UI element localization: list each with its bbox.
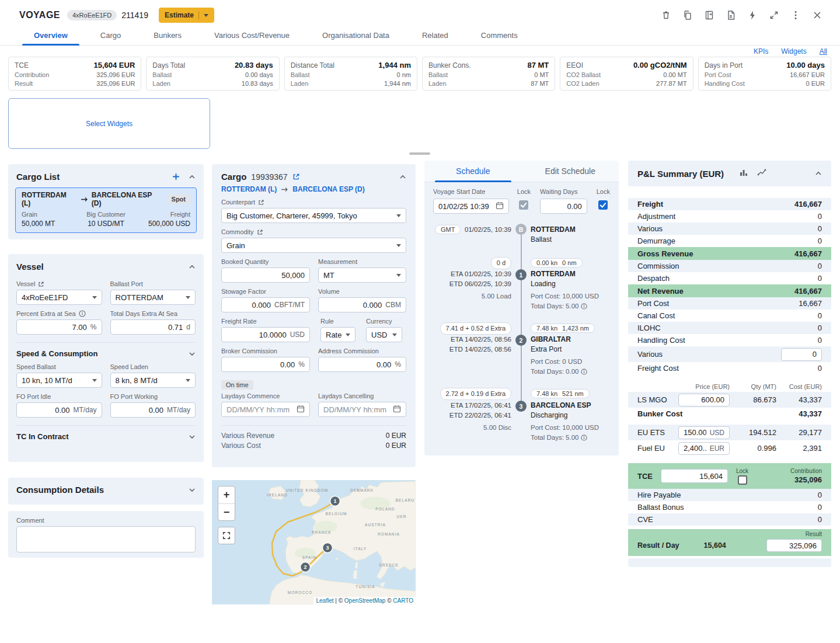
close-icon[interactable] bbox=[811, 9, 824, 22]
timeline-node-ballast[interactable]: B bbox=[515, 224, 527, 235]
expand-speed-consumption-icon[interactable] bbox=[189, 352, 196, 356]
add-cargo-button[interactable] bbox=[172, 172, 180, 181]
vessel-select[interactable]: 4xRoEeE1FD bbox=[16, 290, 102, 305]
delete-icon[interactable] bbox=[660, 9, 672, 22]
fo-port-idle-input[interactable] bbox=[22, 406, 69, 415]
carto-link[interactable]: CARTO bbox=[393, 597, 413, 604]
collapse-cargo-list-icon[interactable] bbox=[189, 175, 196, 179]
freight-rate-input[interactable] bbox=[226, 331, 287, 339]
tce-input[interactable] bbox=[666, 472, 723, 481]
leg-etd: ETD 06/02/25, 10:39 bbox=[434, 279, 511, 289]
panel-resize-handle[interactable] bbox=[409, 152, 430, 155]
collapse-cargo-icon[interactable] bbox=[399, 175, 406, 179]
origin-port-link[interactable]: ROTTERDAM (L) bbox=[221, 185, 277, 193]
open-cargo-icon[interactable] bbox=[292, 173, 300, 180]
speed-ballast-select[interactable]: 10 kn, 10 MT/d bbox=[16, 373, 102, 388]
waiting-days-input[interactable] bbox=[545, 202, 582, 211]
tab-edit-schedule[interactable]: Edit Schedule bbox=[522, 161, 619, 182]
external-link-icon[interactable] bbox=[257, 229, 263, 235]
percent-extra-label: Percent Extra at Sea bbox=[16, 310, 76, 317]
expand-consumption-icon[interactable] bbox=[189, 488, 196, 492]
tab-comments[interactable]: Comments bbox=[465, 31, 534, 45]
tab-organisational-data[interactable]: Organisational Data bbox=[306, 31, 406, 45]
calendar-icon[interactable] bbox=[297, 405, 305, 415]
total-days-extra-input[interactable] bbox=[116, 323, 183, 332]
broker-commission-input[interactable] bbox=[226, 360, 295, 369]
voyage-start-date-input[interactable] bbox=[438, 202, 496, 211]
select-widgets-link[interactable]: Select Widgets bbox=[86, 120, 133, 128]
zoom-out-button[interactable]: − bbox=[218, 503, 235, 520]
external-link-icon[interactable] bbox=[258, 199, 264, 206]
ls-mgo-price-input[interactable] bbox=[684, 395, 724, 404]
booked-quantity-input[interactable] bbox=[226, 271, 305, 280]
laydays-commence-input[interactable] bbox=[226, 405, 297, 414]
tab-bunkers[interactable]: Bunkers bbox=[137, 31, 198, 45]
zoom-in-button[interactable]: + bbox=[218, 486, 235, 503]
destination-port-link[interactable]: BARCELONA ESP (D) bbox=[292, 185, 364, 193]
info-icon[interactable] bbox=[581, 303, 587, 310]
route-map[interactable]: UNITED KINGDOM IRELAND DENMARK BELGIUM P… bbox=[212, 480, 416, 604]
info-icon[interactable] bbox=[581, 435, 587, 441]
calendar-icon[interactable] bbox=[393, 405, 401, 415]
tab-various-cost-revenue[interactable]: Various Cost/Revenue bbox=[198, 31, 306, 45]
pdf-export-icon[interactable] bbox=[724, 9, 737, 22]
timeline-node-1[interactable]: 1 bbox=[515, 269, 527, 280]
counterpart-select[interactable]: Big Customer, Charterer, 45999, Tokyo bbox=[221, 208, 406, 223]
lightning-icon[interactable] bbox=[746, 9, 759, 22]
cargo-list-item[interactable]: ROTTERDAM (L) BARCELONA ESP (D) Spot Gra… bbox=[15, 187, 197, 233]
waiting-days-lock-checkbox[interactable] bbox=[598, 200, 608, 210]
fuel-eu-price-input[interactable] bbox=[684, 444, 706, 453]
fo-port-working-input[interactable] bbox=[116, 406, 163, 415]
copy-icon[interactable] bbox=[681, 9, 694, 22]
pnl-various-input[interactable] bbox=[786, 350, 817, 359]
tce-lock-checkbox[interactable] bbox=[738, 475, 747, 485]
fullscreen-button[interactable] bbox=[218, 527, 235, 544]
percent-extra-input[interactable] bbox=[22, 323, 87, 332]
leaflet-link[interactable]: Leaflet bbox=[316, 597, 333, 604]
journal-icon[interactable] bbox=[703, 9, 716, 22]
info-icon[interactable] bbox=[79, 310, 86, 317]
expand-tc-in-contract-icon[interactable] bbox=[189, 435, 196, 439]
currency-select[interactable]: USD bbox=[366, 327, 402, 342]
more-icon[interactable] bbox=[789, 9, 802, 22]
estimate-button[interactable]: Estimate bbox=[159, 8, 214, 23]
tab-overview[interactable]: Overview bbox=[18, 31, 84, 45]
timeline-node-3[interactable]: 3 bbox=[515, 401, 527, 412]
collapse-pnl-icon[interactable] bbox=[815, 171, 822, 176]
tab-cargo[interactable]: Cargo bbox=[84, 31, 137, 45]
commodity-select[interactable]: Grain bbox=[221, 238, 406, 253]
volume-input[interactable] bbox=[323, 301, 382, 310]
filter-kpis[interactable]: KPIs bbox=[754, 47, 768, 55]
address-commission-input[interactable] bbox=[323, 360, 391, 369]
map-marker-2[interactable]: 2 bbox=[301, 562, 311, 572]
stowage-factor-input[interactable] bbox=[226, 301, 271, 310]
collapse-vessel-icon[interactable] bbox=[189, 265, 196, 269]
measurement-select[interactable]: MT bbox=[318, 267, 406, 283]
info-icon[interactable] bbox=[581, 369, 587, 375]
comment-input[interactable] bbox=[16, 526, 196, 552]
expand-icon[interactable] bbox=[768, 9, 780, 22]
tab-related[interactable]: Related bbox=[406, 31, 465, 45]
rule-select[interactable]: Rate bbox=[320, 327, 355, 342]
calendar-icon[interactable] bbox=[496, 201, 504, 211]
result-input[interactable] bbox=[772, 541, 817, 550]
osm-link[interactable]: OpenStreetMap bbox=[344, 597, 386, 604]
bar-chart-icon[interactable] bbox=[739, 168, 748, 179]
start-date-lock-checkbox[interactable] bbox=[519, 200, 528, 210]
external-link-icon[interactable] bbox=[38, 281, 44, 287]
vessel-panel-title: Vessel bbox=[16, 262, 44, 272]
ballast-port-select[interactable]: ROTTERDAM bbox=[110, 290, 196, 305]
map-marker-1[interactable]: 1 bbox=[330, 496, 340, 506]
filter-all[interactable]: All bbox=[820, 47, 827, 55]
eu-ets-price-input[interactable] bbox=[684, 428, 706, 437]
filter-widgets[interactable]: Widgets bbox=[781, 47, 806, 55]
laydays-cancelling-input[interactable] bbox=[323, 405, 393, 414]
pnl-row-cve: CVE0 bbox=[628, 513, 831, 526]
tab-schedule[interactable]: Schedule bbox=[424, 161, 522, 182]
kpi-card-distance-total: Distance Total1,944 nm Ballast0 nm Laden… bbox=[284, 57, 417, 91]
timeline-node-2[interactable]: 2 bbox=[515, 335, 527, 346]
waterfall-chart-icon[interactable] bbox=[757, 168, 766, 179]
map-marker-3[interactable]: 3 bbox=[323, 543, 333, 553]
start-date-lock-label: Lock bbox=[517, 188, 531, 197]
speed-laden-select[interactable]: 8 kn, 8 MT/d bbox=[110, 373, 196, 388]
